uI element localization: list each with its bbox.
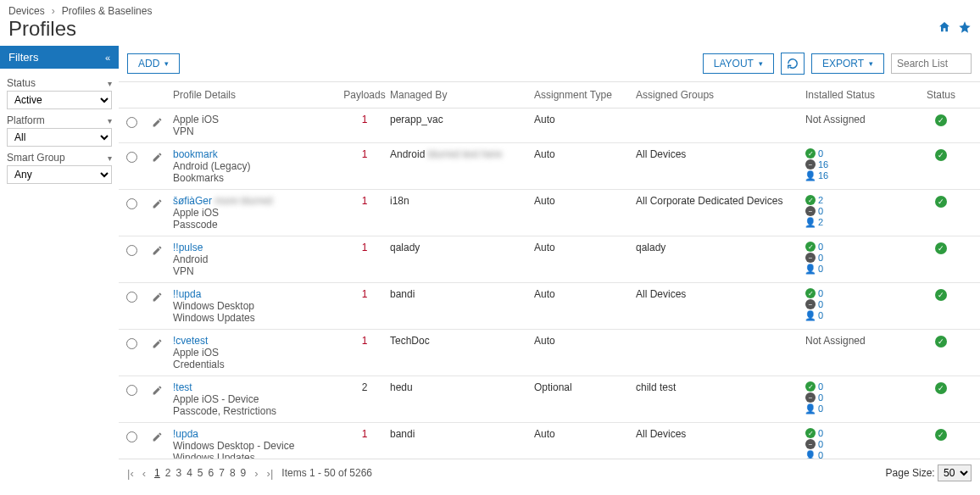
row-select-radio[interactable] <box>126 245 137 256</box>
profile-name-link[interactable]: šøfiàGer <box>173 195 212 207</box>
pager-next[interactable]: › <box>254 467 258 480</box>
chevron-down-icon[interactable]: ▾ <box>108 116 112 125</box>
installed-count[interactable]: 0 <box>818 381 823 392</box>
edit-icon[interactable] <box>152 385 163 398</box>
pager-last[interactable]: ›| <box>267 467 274 480</box>
pager-prev[interactable]: ‹ <box>142 467 146 480</box>
chevron-down-icon[interactable]: ▾ <box>108 79 112 88</box>
installed-count[interactable]: 0 <box>818 288 823 298</box>
profile-name-link[interactable]: bookmark <box>173 148 218 160</box>
pager-page[interactable]: 7 <box>219 467 225 479</box>
refresh-button[interactable] <box>781 53 805 75</box>
profile-type: Windows Updates <box>173 312 339 324</box>
collapse-icon[interactable]: « <box>105 53 110 63</box>
pager-page[interactable]: 6 <box>209 467 214 479</box>
star-icon[interactable] <box>958 20 972 37</box>
profile-name-link[interactable]: !!upda <box>173 288 201 300</box>
profile-platform: Android (Legacy) <box>173 160 339 172</box>
pending-count[interactable]: 0 <box>818 299 823 309</box>
assigned-groups: All Devices <box>636 288 805 324</box>
profile-type: Bookmarks <box>173 172 339 184</box>
col-installed-status[interactable]: Installed Status <box>805 89 916 101</box>
breadcrumb: Devices › Profiles & Baselines <box>8 5 972 17</box>
pager-page[interactable]: 3 <box>175 467 181 479</box>
check-icon: ✓ <box>805 288 816 298</box>
row-select-radio[interactable] <box>126 117 137 128</box>
filter-smartgroup-select[interactable]: Any <box>7 165 112 184</box>
filters-header[interactable]: Filters « <box>0 46 119 69</box>
filter-platform-select[interactable]: All <box>7 128 112 147</box>
edit-icon[interactable] <box>152 245 163 259</box>
pager-page[interactable]: 1 <box>154 467 160 479</box>
profile-platform: Apple iOS - Device <box>173 393 339 405</box>
profile-name-link[interactable]: !upda <box>173 428 198 440</box>
managed-by: bandi <box>390 288 415 300</box>
chevron-down-icon[interactable]: ▾ <box>108 153 112 163</box>
pending-count[interactable]: 0 <box>818 392 823 403</box>
row-select-radio[interactable] <box>126 292 137 303</box>
edit-icon[interactable] <box>152 198 163 212</box>
pager-page[interactable]: 8 <box>230 467 236 479</box>
assignment-type: Auto <box>534 114 636 137</box>
row-select-radio[interactable] <box>126 338 137 349</box>
assigned-count[interactable]: 2 <box>818 217 823 227</box>
status-ok-icon: ✓ <box>935 429 947 441</box>
row-select-radio[interactable] <box>126 431 137 442</box>
minus-icon: − <box>805 439 816 449</box>
edit-icon[interactable] <box>152 431 163 445</box>
col-payloads[interactable]: Payloads <box>339 89 390 101</box>
search-input[interactable] <box>891 53 972 74</box>
breadcrumb-devices[interactable]: Devices <box>8 5 45 17</box>
assigned-count[interactable]: 16 <box>818 170 828 181</box>
pager-page[interactable]: 2 <box>165 467 171 479</box>
pager-page[interactable]: 9 <box>241 467 247 479</box>
pending-count[interactable]: 0 <box>818 206 823 216</box>
payload-count: 1 <box>362 242 368 253</box>
home-icon[interactable] <box>938 20 951 37</box>
col-assigned-groups[interactable]: Assigned Groups <box>636 89 805 101</box>
user-icon: 👤 <box>805 310 816 320</box>
pager-first[interactable]: |‹ <box>127 467 134 480</box>
assigned-count[interactable]: 0 <box>818 310 823 320</box>
layout-button[interactable]: LAYOUT ▾ <box>703 53 774 74</box>
row-select-radio[interactable] <box>126 152 137 163</box>
installed-count[interactable]: 2 <box>818 195 823 205</box>
installed-count[interactable]: 0 <box>818 148 823 159</box>
col-managed-by[interactable]: Managed By <box>390 89 534 101</box>
assigned-groups: child test <box>636 381 805 417</box>
edit-icon[interactable] <box>152 338 163 352</box>
pager-summary: Items 1 - 50 of 5266 <box>281 467 372 479</box>
pager-page[interactable]: 5 <box>198 467 203 479</box>
col-status[interactable]: Status <box>916 89 966 101</box>
add-button[interactable]: ADD ▾ <box>127 53 180 74</box>
assigned-count[interactable]: 0 <box>818 450 823 459</box>
installed-text: Not Assigned <box>805 114 866 125</box>
row-select-radio[interactable] <box>126 198 137 209</box>
row-select-radio[interactable] <box>126 385 137 396</box>
export-button[interactable]: EXPORT ▾ <box>811 53 884 74</box>
profile-name-link[interactable]: !test <box>173 381 192 393</box>
pending-count[interactable]: 0 <box>818 439 823 449</box>
col-assignment-type[interactable]: Assignment Type <box>534 89 636 101</box>
edit-icon[interactable] <box>152 292 163 305</box>
profile-name-link[interactable]: !cvetest <box>173 335 208 347</box>
page-size-select[interactable]: 50 <box>938 464 972 481</box>
edit-icon[interactable] <box>152 117 163 131</box>
profile-name-link[interactable]: !!pulse <box>173 242 203 253</box>
assigned-count[interactable]: 0 <box>818 264 823 274</box>
breadcrumb-profiles-baselines[interactable]: Profiles & Baselines <box>62 5 153 17</box>
filter-status-select[interactable]: Active <box>7 91 112 109</box>
edit-icon[interactable] <box>152 152 163 165</box>
pending-count[interactable]: 16 <box>818 159 828 170</box>
installed-count[interactable]: 0 <box>818 242 823 252</box>
assignment-type: Auto <box>534 195 636 231</box>
col-profile-details[interactable]: Profile Details <box>170 89 339 101</box>
pending-count[interactable]: 0 <box>818 253 823 263</box>
filter-platform-label: Platform <box>7 114 45 126</box>
assigned-count[interactable]: 0 <box>818 403 823 414</box>
pager-page[interactable]: 4 <box>187 467 192 479</box>
minus-icon: − <box>805 159 816 170</box>
profile-platform: Windows Desktop - Device <box>173 440 339 452</box>
installed-count[interactable]: 0 <box>818 428 823 438</box>
payload-count: 1 <box>362 114 368 125</box>
